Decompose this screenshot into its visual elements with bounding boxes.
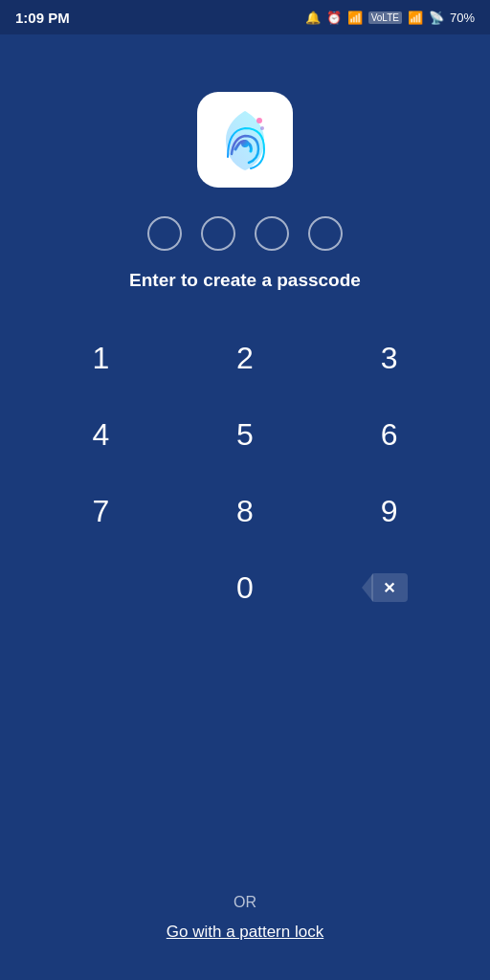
key-empty (29, 549, 173, 626)
pattern-lock-link[interactable]: Go with a pattern lock (167, 923, 323, 942)
instruction-text: Enter to create a passcode (129, 270, 361, 291)
backspace-button[interactable]: ✕ (317, 549, 461, 626)
status-bar: 1:09 PM 🔔 ⏰ 📶 VoLTE 📶 📡 70% (0, 0, 490, 34)
key-6[interactable]: 6 (317, 396, 461, 473)
bottom-section: OR Go with a pattern lock (0, 894, 490, 942)
pin-dot-1 (147, 216, 182, 251)
svg-point-1 (256, 118, 262, 123)
status-time: 1:09 PM (15, 10, 70, 26)
key-3[interactable]: 3 (317, 320, 461, 396)
key-9[interactable]: 9 (317, 473, 461, 549)
battery-level: 70% (450, 11, 475, 25)
wifi-icon: 📡 (429, 11, 444, 25)
or-label: OR (234, 894, 256, 911)
backspace-icon: ✕ (371, 573, 408, 602)
pin-dot-4 (308, 216, 343, 251)
key-7[interactable]: 7 (29, 473, 173, 549)
main-content: Enter to create a passcode 1 2 3 4 5 6 7… (0, 34, 490, 626)
svg-point-0 (241, 140, 249, 147)
svg-point-2 (260, 126, 264, 130)
signal-icon: 📶 (347, 11, 363, 25)
keypad: 1 2 3 4 5 6 7 8 9 0 ✕ (0, 320, 490, 626)
alarm-icon: ⏰ (326, 11, 342, 25)
mute-icon: 🔔 (305, 11, 321, 25)
app-logo-svg (207, 101, 283, 178)
signal2-icon: 📶 (408, 11, 423, 25)
key-8[interactable]: 8 (173, 473, 318, 549)
pin-dot-3 (255, 216, 289, 251)
key-2[interactable]: 2 (173, 320, 318, 396)
pin-dots (147, 216, 343, 251)
key-4[interactable]: 4 (29, 396, 173, 473)
volte-icon: VoLTE (368, 11, 402, 24)
key-0[interactable]: 0 (173, 549, 318, 626)
status-icons: 🔔 ⏰ 📶 VoLTE 📶 📡 70% (305, 11, 475, 25)
backspace-x: ✕ (383, 579, 395, 597)
key-5[interactable]: 5 (173, 396, 318, 473)
pin-dot-2 (201, 216, 235, 251)
key-1[interactable]: 1 (29, 320, 173, 396)
app-logo (197, 92, 293, 188)
